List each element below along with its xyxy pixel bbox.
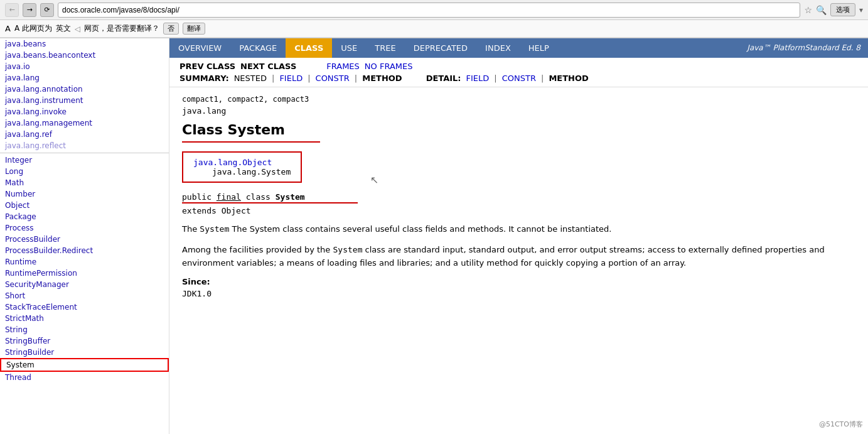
address-bar[interactable] bbox=[58, 3, 800, 18]
sep5: | bbox=[541, 73, 544, 83]
sub-nav-row1: PREV CLASS NEXT CLASS FRAMES NO FRAMES bbox=[179, 62, 858, 71]
nav-deprecated[interactable]: DEPRECATED bbox=[405, 38, 476, 58]
summary-label: SUMMARY: bbox=[179, 73, 229, 83]
compact-text: compact1, compact2, compact3 bbox=[182, 95, 855, 104]
summary-method: METHOD bbox=[362, 73, 402, 83]
detail-constr-link[interactable]: CONSTR bbox=[502, 73, 536, 83]
sidebar-item-javabeans-beancontext[interactable]: java.beans.beancontext bbox=[0, 50, 169, 61]
sidebar-item-runtimepermission[interactable]: RuntimePermission bbox=[0, 268, 169, 279]
brand-line2: Standard Ed. 8 bbox=[805, 43, 860, 53]
summary-nested: NESTED bbox=[234, 73, 267, 83]
sidebar-item-stacktraceelement[interactable]: StackTraceElement bbox=[0, 301, 169, 313]
main-layout: java.beans java.beans.beancontext java.i… bbox=[0, 38, 868, 434]
sidebar-item-javalang[interactable]: java.lang bbox=[0, 72, 169, 84]
sidebar-item-number[interactable]: Number bbox=[0, 188, 169, 200]
nav-index[interactable]: INDEX bbox=[476, 38, 520, 58]
dropdown-arrow[interactable]: ▾ bbox=[859, 6, 863, 14]
sidebar-item-processbuilder-redirect[interactable]: ProcessBuilder.Redirect bbox=[0, 245, 169, 256]
inheritance-child: java.lang.System bbox=[212, 167, 291, 176]
sidebar-item-integer[interactable]: Integer bbox=[0, 155, 169, 166]
frames-anchor[interactable]: FRAMES bbox=[326, 62, 360, 71]
decl-final: final bbox=[217, 192, 241, 202]
sep1: | bbox=[272, 73, 274, 83]
detail-field-link[interactable]: FIELD bbox=[466, 73, 490, 83]
translate-icon: A bbox=[5, 24, 11, 33]
sidebar-item-strictmath[interactable]: StrictMath bbox=[0, 313, 169, 324]
decl-underline bbox=[182, 202, 358, 203]
next-class-link[interactable]: NEXT CLASS bbox=[240, 62, 296, 71]
class-title-underline bbox=[182, 141, 320, 143]
translate-label: A 此网页为 bbox=[14, 23, 52, 34]
sidebar-item-javaio[interactable]: java.io bbox=[0, 61, 169, 72]
top-nav: OVERVIEW PACKAGE CLASS USE TREE DEPRECAT… bbox=[169, 38, 868, 58]
browser-chrome: ← → ⟳ ☆ 🔍 选项 ▾ A A 此网页为 英文 ◁ 网页，是否需要翻译？ … bbox=[0, 0, 868, 38]
decl-modifiers: public final class System bbox=[182, 192, 305, 202]
sidebar-item-string[interactable]: String bbox=[0, 324, 169, 335]
sidebar-item-runtime[interactable]: Runtime bbox=[0, 256, 169, 268]
nav-use[interactable]: USE bbox=[332, 38, 366, 58]
prev-class-link[interactable]: PREV CLASS bbox=[179, 62, 235, 71]
sidebar-item-thread[interactable]: Thread bbox=[0, 372, 169, 383]
sub-nav-row2: SUMMARY: NESTED | FIELD | CONSTR | METHO… bbox=[179, 73, 858, 83]
nav-package[interactable]: PACKAGE bbox=[230, 38, 286, 58]
sub-nav: PREV CLASS NEXT CLASS FRAMES NO FRAMES S… bbox=[169, 58, 868, 87]
decl-classname: System bbox=[276, 192, 305, 202]
description-paragraph1: The System The System class contains sev… bbox=[182, 223, 855, 236]
sidebar-item-system[interactable]: System bbox=[0, 358, 169, 372]
no-frames-anchor[interactable]: NO FRAMES bbox=[365, 62, 413, 71]
options-button[interactable]: 选项 bbox=[830, 3, 855, 16]
sidebar-item-object[interactable]: Object bbox=[0, 200, 169, 211]
desc1-system-ref: System bbox=[200, 224, 229, 234]
watermark: @51CTO博客 bbox=[819, 420, 863, 429]
nav-class[interactable]: CLASS bbox=[286, 38, 332, 58]
class-title: Class System bbox=[182, 122, 855, 138]
sidebar-item-process[interactable]: Process bbox=[0, 222, 169, 234]
sidebar-item-math[interactable]: Math bbox=[0, 177, 169, 188]
bookmark-icon[interactable]: ☆ bbox=[804, 5, 812, 15]
reload-button[interactable]: ⟳ bbox=[40, 3, 54, 17]
sidebar-item-javalang-management[interactable]: java.lang.management bbox=[0, 117, 169, 129]
detail-label: DETAIL: bbox=[426, 73, 461, 83]
sidebar-item-stringbuilder[interactable]: StringBuilder bbox=[0, 347, 169, 358]
nav-overview[interactable]: OVERVIEW bbox=[169, 38, 230, 58]
no-frames-link[interactable]: NO FRAMES bbox=[365, 62, 413, 71]
sidebar-item-package[interactable]: Package bbox=[0, 211, 169, 222]
class-declaration: public final class System extends Object bbox=[182, 192, 855, 215]
sidebar-item-short[interactable]: Short bbox=[0, 290, 169, 301]
sidebar: java.beans java.beans.beancontext java.i… bbox=[0, 38, 169, 434]
sidebar-item-javalang-ref[interactable]: java.lang.ref bbox=[0, 129, 169, 140]
brand-text: Java™ Platform Standard Ed. 8 bbox=[739, 38, 868, 58]
sidebar-item-javalang-annotation[interactable]: java.lang.annotation bbox=[0, 84, 169, 95]
package-name: java.lang bbox=[182, 106, 855, 116]
decl-extends-type: Object bbox=[222, 206, 251, 215]
content-area: OVERVIEW PACKAGE CLASS USE TREE DEPRECAT… bbox=[169, 38, 868, 434]
forward-button[interactable]: → bbox=[23, 3, 36, 17]
sidebar-item-javalang-invoke[interactable]: java.lang.invoke bbox=[0, 106, 169, 117]
nav-tree[interactable]: TREE bbox=[366, 38, 404, 58]
sidebar-item-long[interactable]: Long bbox=[0, 166, 169, 177]
sep4: | bbox=[494, 73, 496, 83]
sidebar-item-stringbuffer[interactable]: StringBuffer bbox=[0, 335, 169, 347]
inheritance-parent-link[interactable]: java.lang.Object bbox=[193, 158, 272, 167]
translate-web: 网页，是否需要翻译？ bbox=[84, 23, 159, 34]
sep2: | bbox=[308, 73, 310, 83]
nav-help[interactable]: HELP bbox=[520, 38, 558, 58]
back-button[interactable]: ← bbox=[5, 3, 19, 17]
inheritance-box: java.lang.Object java.lang.System bbox=[182, 151, 302, 183]
search-icon[interactable]: 🔍 bbox=[816, 5, 827, 15]
translation-bar: A A 此网页为 英文 ◁ 网页，是否需要翻译？ 否 翻译 bbox=[0, 20, 868, 38]
browser-toolbar: ← → ⟳ ☆ 🔍 选项 ▾ bbox=[0, 0, 868, 20]
sidebar-item-securitymanager[interactable]: SecurityManager bbox=[0, 279, 169, 290]
translate-no-button[interactable]: 否 bbox=[163, 23, 179, 35]
since-label: Since: bbox=[182, 277, 855, 286]
summary-field-link[interactable]: FIELD bbox=[279, 73, 303, 83]
since-value: JDK1.0 bbox=[182, 289, 855, 298]
translate-lang: 英文 bbox=[56, 23, 71, 34]
sidebar-item-javalang-reflect[interactable]: java.lang.reflect bbox=[0, 140, 169, 151]
sidebar-item-javalang-instrument[interactable]: java.lang.instrument bbox=[0, 95, 169, 106]
summary-constr-link[interactable]: CONSTR bbox=[316, 73, 350, 83]
sidebar-item-processbuilder[interactable]: ProcessBuilder bbox=[0, 234, 169, 245]
frames-link[interactable]: FRAMES bbox=[326, 62, 360, 71]
sidebar-item-javabeans[interactable]: java.beans bbox=[0, 38, 169, 50]
translate-yes-button[interactable]: 翻译 bbox=[183, 23, 205, 35]
